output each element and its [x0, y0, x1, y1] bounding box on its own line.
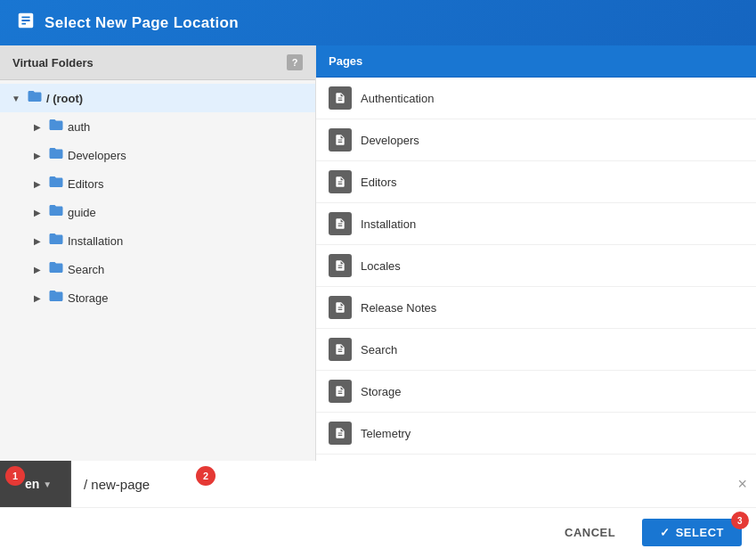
tree-item-label: Installation: [68, 234, 123, 248]
clear-path-button[interactable]: ×: [737, 476, 747, 492]
tree-root-label: / (root): [46, 92, 83, 105]
chevron-right-icon: ▶: [30, 148, 45, 162]
tree-item-storage[interactable]: ▶ Storage: [21, 283, 315, 312]
page-doc-icon: [329, 422, 352, 445]
chevron-right-icon: ▶: [30, 119, 45, 134]
page-doc-icon: [329, 338, 352, 361]
page-doc-icon: [329, 170, 352, 193]
path-input[interactable]: [71, 461, 756, 507]
virtual-folders-label: Virtual Folders: [12, 56, 93, 70]
page-doc-icon: [329, 86, 352, 110]
folder-icon: [48, 231, 64, 250]
tree-item-editors[interactable]: ▶ Editors: [21, 169, 315, 198]
tree-item-search[interactable]: ▶ Search: [21, 255, 315, 283]
dialog-icon: [16, 11, 36, 35]
tree-item-installation[interactable]: ▶ Installation: [21, 226, 315, 255]
page-label: Search: [361, 343, 397, 356]
page-item-locales[interactable]: Locales: [316, 245, 756, 287]
tree-item-label: Editors: [68, 177, 103, 191]
folder-icon: [48, 117, 64, 136]
chevron-right-icon: ▶: [30, 205, 45, 219]
tree-area: ▼ / (root) ▶ auth: [0, 80, 315, 461]
pages-list: Authentication Developers Editors: [316, 78, 756, 461]
page-doc-icon: [329, 212, 352, 235]
page-item-telemetry[interactable]: Telemetry: [316, 413, 756, 455]
right-panel: Pages Authentication Developers: [316, 45, 756, 461]
tree-item-developers[interactable]: ▶ Developers: [21, 141, 315, 169]
chevron-down-icon: ▼: [43, 479, 52, 489]
page-label: Authentication: [361, 92, 434, 105]
path-bar: 1 en ▼ 2 ×: [0, 461, 756, 507]
page-label: Release Notes: [361, 301, 436, 315]
page-label: Installation: [361, 217, 416, 231]
footer: CANCEL ✓ SELECT 3: [0, 507, 756, 557]
folder-icon: [27, 88, 43, 108]
help-icon[interactable]: ?: [287, 54, 303, 70]
content-area: Virtual Folders ? ▼ / (root) ▶: [0, 45, 756, 461]
select-check-icon: ✓: [660, 526, 671, 539]
tree-item-root[interactable]: ▼ / (root): [0, 84, 315, 112]
page-item-developers[interactable]: Developers: [316, 119, 756, 161]
path-input-wrap: 2 ×: [71, 461, 756, 507]
title-bar: Select New Page Location: [0, 0, 756, 45]
page-item-editors[interactable]: Editors: [316, 161, 756, 203]
select-badge: 3: [731, 512, 749, 529]
page-doc-icon: [329, 254, 352, 277]
pages-label: Pages: [329, 54, 362, 68]
page-label: Telemetry: [361, 427, 411, 440]
tree-item-auth[interactable]: ▶ auth: [21, 112, 315, 141]
dialog: Select New Page Location Virtual Folders…: [0, 0, 756, 557]
page-label: Locales: [361, 259, 401, 273]
page-label: Editors: [361, 176, 396, 189]
folder-icon: [48, 174, 64, 193]
tree-item-label: Storage: [68, 291, 109, 305]
chevron-down-icon: ▼: [9, 91, 23, 105]
chevron-right-icon: ▶: [30, 291, 45, 305]
left-panel: Virtual Folders ? ▼ / (root) ▶: [0, 45, 316, 461]
page-doc-icon: [329, 380, 352, 403]
dialog-title: Select New Page Location: [45, 14, 239, 32]
folder-icon: [48, 202, 64, 222]
chevron-right-icon: ▶: [30, 262, 45, 276]
folder-icon: [48, 288, 64, 307]
page-item-storage[interactable]: Storage: [316, 371, 756, 413]
chevron-right-icon: ▶: [30, 233, 45, 248]
page-item-troubleshooting[interactable]: Troubleshooting: [316, 455, 756, 461]
pages-header: Pages: [316, 45, 756, 78]
page-doc-icon: [329, 296, 352, 319]
path-badge: 2: [196, 466, 215, 486]
page-item-installation[interactable]: Installation: [316, 203, 756, 245]
virtual-folders-header: Virtual Folders ?: [0, 45, 315, 80]
tree-item-label: Developers: [68, 149, 126, 162]
lang-badge: 1: [5, 466, 25, 486]
tree-item-guide[interactable]: ▶ guide: [21, 198, 315, 226]
select-label: SELECT: [676, 526, 724, 539]
cancel-button[interactable]: CANCEL: [547, 519, 633, 546]
tree-children: ▶ auth ▶ Developers ▶: [0, 112, 315, 312]
page-item-search[interactable]: Search: [316, 329, 756, 371]
language-selector[interactable]: 1 en ▼: [0, 461, 71, 507]
select-button[interactable]: ✓ SELECT 3: [642, 519, 742, 546]
folder-icon: [48, 145, 64, 165]
page-item-authentication[interactable]: Authentication: [316, 78, 756, 119]
tree-item-label: guide: [68, 206, 96, 219]
page-doc-icon: [329, 128, 352, 152]
chevron-right-icon: ▶: [30, 176, 45, 191]
page-item-release-notes[interactable]: Release Notes: [316, 287, 756, 329]
page-label: Developers: [361, 134, 419, 147]
tree-item-label: auth: [68, 120, 90, 134]
folder-icon: [48, 259, 64, 279]
tree-item-label: Search: [68, 263, 104, 276]
page-label: Storage: [361, 385, 402, 398]
